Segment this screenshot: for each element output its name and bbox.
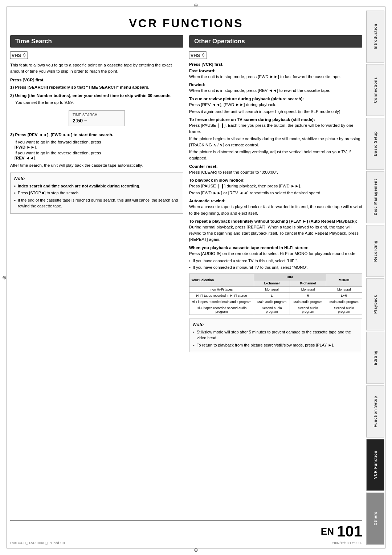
freeze-text: Press [PAUSE ❙❙]. Each time you press th… <box>189 122 362 135</box>
sidebar-item-function-setup[interactable]: Function Setup <box>366 385 384 437</box>
picture-search-text2: Press it again and the unit will search … <box>189 109 362 115</box>
other-note-item-0: • Still/slow mode will stop after 5 minu… <box>193 329 358 341</box>
note-item-1: • Press [STOP ■] to stop the search. <box>14 190 179 196</box>
note-item-0: • Index search and time search are not a… <box>14 183 179 189</box>
time-search-step1: 1) Press [SEARCH] repeatedly so that "TI… <box>10 84 183 90</box>
svg-text:VHS: VHS <box>12 53 21 58</box>
counter-text: Press [CLEAR] to reset the counter to "0… <box>189 169 362 175</box>
slow-heading: To playback in slow motion: <box>189 178 362 182</box>
sidebar: Introduction Connections Basic Setup Dis… <box>366 10 385 545</box>
step2-text: 2) Using [the Number buttons], enter you… <box>10 93 172 98</box>
vhs-logo-left: VHS <box>10 51 28 59</box>
table-row: Hi-Fi tapes recorded second audio progra… <box>189 305 362 315</box>
counter-heading: Counter reset: <box>189 164 362 169</box>
footer-left: E9KGAUD_D-VR610KU_EN.indd 101 <box>10 541 65 545</box>
time-search-step2: 2) Using [the Number buttons], enter you… <box>10 93 183 99</box>
time-search-box-label: TIME SEARCH <box>73 113 121 117</box>
sidebar-item-recording[interactable]: Recording <box>366 225 384 277</box>
auto-rewind-text: When a cassette tape is played back or f… <box>189 204 362 216</box>
step3-fwd-label: If you want to go in the forward directi… <box>10 140 183 144</box>
table-row: Hi-Fi tapes recorded main audio program … <box>189 299 362 305</box>
repeat-heading: To repeat a playback indefinitely withou… <box>189 219 362 223</box>
audio-table: Your Selection HIFI MONO L-channel R-cha… <box>189 274 362 315</box>
time-search-press-vcr: Press [VCR] first. <box>10 78 183 82</box>
note-title-left: Note <box>14 176 179 181</box>
hifi-bullet1: • If you have connected a stereo TV to t… <box>189 258 362 264</box>
repeat-text: During normal playback, press [REPEAT]. … <box>189 224 362 243</box>
table-row: non Hi-Fi tapes Monaural Monaural Monaur… <box>189 286 362 292</box>
time-search-step3: 3) Press [REV ◄◄], [FWD ►►] to start tim… <box>10 132 183 138</box>
auto-rewind-heading: Automatic rewind: <box>189 199 362 203</box>
fast-forward-heading: Fast forward: <box>189 69 362 73</box>
rewind-heading: Rewind: <box>189 82 362 87</box>
slow-text2: Press [FWD ►►] or [REV ◄◄] repeatedly to… <box>189 190 362 196</box>
freeze-text2: If the picture begins to vibrate vertica… <box>189 136 362 149</box>
sidebar-item-basic-setup[interactable]: Basic Setup <box>366 118 384 170</box>
sidebar-item-vcr-function[interactable]: VCR Function <box>366 439 384 491</box>
step3-rev-label: If you want to go in the reverse directi… <box>10 151 183 155</box>
reg-mark-left: ⊕ <box>2 275 7 280</box>
other-press-vcr: Press [VCR] first. <box>189 62 362 66</box>
step3-rev-button: [REV ◄◄]. <box>10 156 183 160</box>
other-note-item-1: • To return to playback from the picture… <box>193 342 358 348</box>
time-search-note-box: Note • Index search and time search are … <box>10 173 183 214</box>
hifi-bullet2: • If you have connected a monaural TV to… <box>189 264 362 271</box>
time-search-display: TIME SEARCH 2:50 – <box>69 110 125 126</box>
sidebar-item-editing[interactable]: Editing <box>366 332 384 384</box>
hifi-text: Press [AUDIO ⊕] on the remote control to… <box>189 251 362 257</box>
time-search-intro: This feature allows you to go to a speci… <box>10 62 183 75</box>
step1-text: 1) Press [SEARCH] repeatedly so that "TI… <box>10 85 149 89</box>
page-number: 101 <box>337 523 362 540</box>
sidebar-item-connections[interactable]: Connections <box>366 64 384 116</box>
slow-text: Press [PAUSE ❙❙] during playback, then p… <box>189 183 362 189</box>
rewind-text: When the unit is in stop mode, press [RE… <box>189 88 362 94</box>
step3-text: 3) Press [REV ◄◄], [FWD ►►] to start tim… <box>10 133 113 137</box>
time-search-step2-sub: You can set the time up to 9:59. <box>10 100 183 105</box>
sidebar-item-disc-management[interactable]: Disc Management <box>366 171 384 223</box>
picture-search-text: Press [REV ◄◄], [FWD ►►] during playback… <box>189 102 362 108</box>
freeze-heading: To freeze the picture on TV screen durin… <box>189 117 362 122</box>
other-note-box: Note • Still/slow mode will stop after 5… <box>189 319 362 353</box>
note-title-right: Note <box>193 322 358 327</box>
picture-search-heading: To cue or review picture during playback… <box>189 97 362 101</box>
freeze-text3: If the picture is distorted or rolling v… <box>189 149 362 162</box>
en-label: EN <box>321 526 334 537</box>
note-item-2: • If the end of the cassette tape is rea… <box>14 197 179 209</box>
time-search-header: Time Search <box>10 35 183 48</box>
step3-fwd-button: [FWD ►►]. <box>10 145 183 149</box>
fast-forward-text: When the unit is in stop mode, press [FW… <box>189 74 362 80</box>
svg-text:VHS: VHS <box>191 53 200 58</box>
time-search-box-value: 2:50 – <box>73 118 121 123</box>
vhs-logo-right: VHS <box>189 51 207 59</box>
other-operations-header: Other Operations <box>189 35 362 48</box>
sidebar-item-playback[interactable]: Playback <box>366 278 384 330</box>
footer-right: 2007/12/18 17:11:35 <box>332 541 362 545</box>
step3-after: After time search, the unit will play ba… <box>10 162 183 169</box>
sidebar-item-introduction[interactable]: Introduction <box>366 11 384 62</box>
table-row: Hi-Fi tapes recorded in Hi-Fi stereo L R… <box>189 292 362 299</box>
page-title: VCR FUNCTIONS <box>10 10 362 35</box>
sidebar-item-others[interactable]: Others <box>366 493 384 544</box>
hifi-heading: When you playback a cassette tape record… <box>189 246 362 250</box>
